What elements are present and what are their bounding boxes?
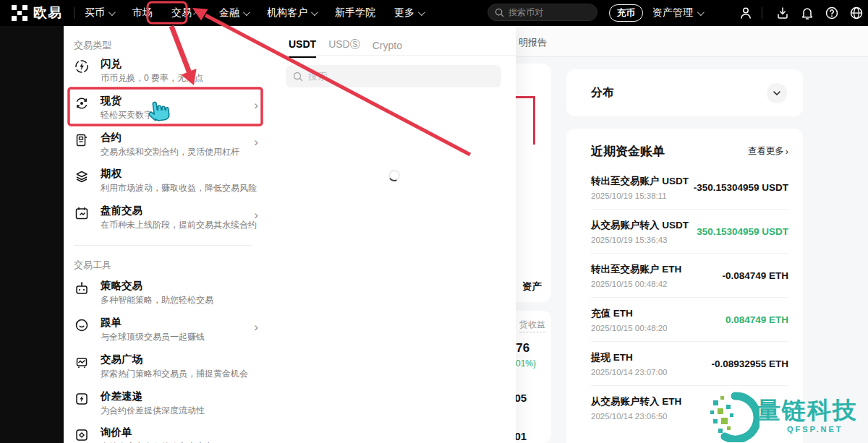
view-more-link[interactable]: 查看更多 › <box>748 145 788 158</box>
bill-row[interactable]: 提现 ETH 2025/10/14 23:07:00 -0.08932955 E… <box>591 342 788 386</box>
okx-page: 明报告 资产 货收益 9.76 (0.01%) 0.05 0.01 分布 近期资… <box>0 0 868 443</box>
menu-item-options[interactable]: 期权 利用市场波动，赚取收益，降低交易风险 <box>74 168 261 194</box>
rfq-icon <box>74 427 90 443</box>
nav-item-finance[interactable]: 金融 <box>219 7 248 20</box>
nav-item-markets[interactable]: 市场 <box>132 7 153 20</box>
distribution-title: 分布 <box>591 85 614 100</box>
partial-tab-label: 明报告 <box>519 36 547 49</box>
user-icon[interactable] <box>739 6 753 20</box>
bill-row[interactable]: 转出至交易账户 USDT 2025/10/19 15:38:11 -350.15… <box>591 165 788 210</box>
spot-icon <box>74 95 90 111</box>
partial-yield-label: 货收益 <box>519 319 545 332</box>
chevron-down-icon <box>418 9 425 16</box>
okx-logo-icon <box>12 5 27 21</box>
menu-section-title: 交易类型 <box>74 39 111 52</box>
chevron-right-icon: › <box>254 137 258 147</box>
search-icon <box>495 8 504 17</box>
help-icon[interactable] <box>825 6 839 20</box>
partial-assets-label: 资产 <box>522 280 542 293</box>
menu-item-premarket[interactable]: 盘前交易 在币种未上线阶段，提前交易其永续合约 › <box>74 205 261 231</box>
menu-item-rfq[interactable]: 询价单 支持自定义多腿策略和大宗交易 <box>74 426 261 443</box>
background-red-annotation <box>533 96 535 145</box>
chevron-down-icon <box>243 9 250 16</box>
notifications-bell-icon[interactable] <box>800 6 814 20</box>
menu-item-strategy[interactable]: 策略交易 多种智能策略，助您轻松交易 <box>74 280 261 306</box>
bill-row[interactable]: 从交易账户转入 ETH 2025/10/14 23:06:50 <box>591 386 788 430</box>
bill-row[interactable]: 转出至交易账户 ETH 2025/10/15 00:48:42 -0.08474… <box>591 254 788 298</box>
menu-item-copy-trading[interactable]: 跟单 与全球顶级交易员一起赚钱 › <box>74 317 261 343</box>
strategy-bot-icon <box>74 280 90 296</box>
chevron-down-icon <box>697 9 705 16</box>
chevron-down-icon <box>773 89 781 98</box>
premarket-icon <box>74 205 90 221</box>
chevron-down-icon <box>311 9 318 16</box>
okx-brand[interactable]: 欧易 <box>12 4 62 22</box>
nav-divider <box>762 7 762 19</box>
download-app-icon[interactable] <box>775 6 790 20</box>
menu-item-plaza[interactable]: 交易广场 探索热门策略和交易员，捕捉黄金机会 <box>74 353 261 380</box>
brand-name: 欧易 <box>33 4 62 22</box>
currency-select-panel: USDT USDⓈ Crypto <box>271 26 516 443</box>
menu-divider <box>74 245 252 246</box>
tab-divider <box>271 55 516 56</box>
bill-row[interactable]: 充值 ETH 2025/10/15 00:48:20 0.084749 ETH <box>591 298 788 342</box>
flash-swap-icon <box>74 59 90 74</box>
menu-section-title: 交易工具 <box>74 259 111 272</box>
copy-trading-icon <box>74 317 90 333</box>
panel-search-input[interactable] <box>308 71 489 82</box>
search-icon <box>293 72 303 82</box>
chevron-up-icon <box>193 10 200 17</box>
distribution-expand-button[interactable] <box>767 83 787 103</box>
recent-bills-card: 近期资金账单 查看更多 › 转出至交易账户 USDT 2025/10/19 15… <box>566 129 803 443</box>
panel-search-field[interactable] <box>286 65 501 87</box>
nav-divider <box>74 7 75 19</box>
menu-item-futures[interactable]: 合约 交易永续和交割合约，灵活使用杠杆 › <box>74 132 261 158</box>
loading-spinner <box>387 168 401 183</box>
deposit-button[interactable]: 充币 <box>609 4 643 22</box>
menu-item-spread[interactable]: 价差速递 为合约价差提供深度流动性 <box>74 390 261 417</box>
spread-icon <box>74 391 90 407</box>
nav-item-more[interactable]: 更多 <box>394 7 423 20</box>
assets-menu[interactable]: 资产管理 <box>652 0 702 26</box>
options-icon <box>74 168 90 184</box>
menu-item-flash-swap[interactable]: 闪兑 币币兑换，0 费率，无滑点 <box>74 58 261 85</box>
bills-title: 近期资金账单 <box>591 143 665 160</box>
top-navbar: 欧易 买币 市场 交易 金融 机构客户 新手学院 更多 充币 资产管理 <box>0 0 868 26</box>
chevron-right-icon: › <box>254 322 258 332</box>
chevron-right-icon: › <box>254 210 258 220</box>
chevron-right-icon: › <box>786 147 788 157</box>
nav-item-trade[interactable]: 交易 <box>171 7 200 20</box>
chevron-right-icon: › <box>254 100 258 111</box>
nav-item-buy[interactable]: 买币 <box>85 7 114 20</box>
dimmed-left-area <box>0 26 64 443</box>
trade-mega-menu: 交易类型 闪兑 币币兑换，0 费率，无滑点 现货 轻松买卖数字货币 › 合约 交… <box>64 26 271 443</box>
pair-search-input[interactable] <box>509 7 588 17</box>
pair-search-field[interactable] <box>488 4 597 21</box>
plaza-icon <box>74 354 90 370</box>
nav-item-institutions[interactable]: 机构客户 <box>267 7 316 20</box>
chevron-down-icon <box>109 9 116 16</box>
language-globe-icon[interactable] <box>849 6 864 20</box>
bill-row[interactable]: 从交易账户转入 USDT 2025/10/19 15:36:43 350.153… <box>591 210 788 254</box>
nav-item-academy[interactable]: 新手学院 <box>335 7 375 20</box>
menu-item-spot[interactable]: 现货 轻松买卖数字货币 › <box>74 95 261 121</box>
futures-icon <box>74 132 90 148</box>
distribution-card: 分布 <box>566 69 803 116</box>
